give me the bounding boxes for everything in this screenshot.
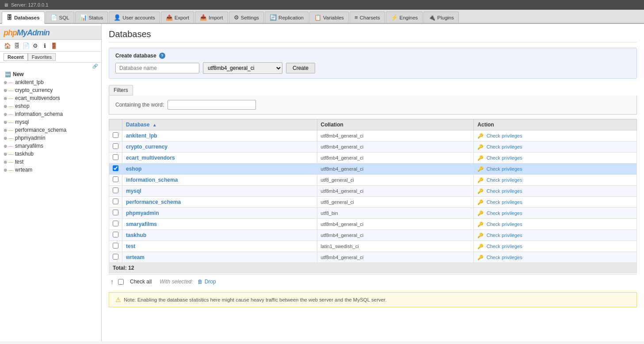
recent-tab[interactable]: Recent: [4, 53, 28, 61]
row-checkbox-2[interactable]: [113, 143, 118, 149]
sidebar-item-new[interactable]: 🆕New: [0, 70, 101, 78]
sidebar-item-performance_schema[interactable]: ⊕—performance_schema: [0, 126, 101, 134]
sidebar-item-phpmyadmin[interactable]: ⊕—phpmyadmin: [0, 134, 101, 142]
db-name-link-3[interactable]: ecart_multivendors: [126, 155, 175, 161]
scroll-up-arrow[interactable]: ↑: [111, 278, 114, 285]
nav-tab-plugins[interactable]: 🔌Plugins: [423, 11, 459, 23]
row-checkbox-10[interactable]: [113, 232, 118, 237]
check-all-checkbox[interactable]: [118, 279, 124, 285]
home-icon[interactable]: 🏠: [4, 42, 11, 50]
nav-tab-variables[interactable]: 📋Variables: [309, 11, 349, 23]
db-name-link-9[interactable]: smaryafilms: [126, 221, 157, 227]
nav-tab-sql[interactable]: 📄SQL: [46, 11, 74, 23]
filter-input[interactable]: [168, 100, 256, 110]
row-checkbox-4[interactable]: [113, 165, 118, 171]
sidebar-item-information_schema[interactable]: ⊕—information_schema: [0, 110, 101, 118]
nav-tab-settings[interactable]: ⚙Settings: [229, 11, 264, 23]
db-name-link-6[interactable]: mysql: [126, 188, 141, 194]
row-checkbox-3[interactable]: [113, 154, 118, 160]
row-checkbox-9[interactable]: [113, 221, 118, 226]
nav-tab-replication[interactable]: 🔄Replication: [265, 11, 309, 23]
db-name-link-1[interactable]: ankitent_lpb: [126, 133, 157, 139]
expand-icon-eshop: ⊕: [4, 104, 7, 109]
row-checkbox-7[interactable]: [113, 199, 118, 204]
action-icon-11: 🔑: [477, 244, 484, 249]
nav-tab-import[interactable]: 📥Import: [195, 11, 228, 23]
check-privileges-link-10[interactable]: Check privileges: [487, 233, 522, 238]
sidebar-item-crypto_currency[interactable]: ⊕—crypto_currency: [0, 86, 101, 94]
sidebar-item-smaryafilms[interactable]: ⊕—smaryafilms: [0, 142, 101, 150]
sidebar-item-mysql[interactable]: ⊕—mysql: [0, 118, 101, 126]
db-name-link-7[interactable]: performance_schema: [126, 199, 181, 205]
db-name-link-5[interactable]: information_schema: [126, 177, 178, 183]
check-privileges-link-11[interactable]: Check privileges: [487, 244, 522, 249]
db-name-link-12[interactable]: wrteam: [126, 254, 145, 260]
create-button[interactable]: Create: [286, 63, 315, 73]
sidebar-tree: 🆕New⊕—ankitent_lpb⊕—crypto_currency⊕—eca…: [0, 69, 101, 175]
favorites-tab[interactable]: Favorites: [28, 53, 56, 61]
collation-select[interactable]: utf8mb4_general_ciutf8_general_cilatin1_…: [203, 62, 282, 74]
db-name-link-8[interactable]: phpmyadmin: [126, 210, 159, 216]
nav-tab-user_accounts[interactable]: 👤User accounts: [109, 11, 160, 23]
check-privileges-link-9[interactable]: Check privileges: [487, 222, 522, 227]
db-icon-phpmyadmin: —: [8, 135, 13, 141]
content-area: Databases Create database ? utf8mb4_gene…: [102, 24, 644, 341]
database-column-header[interactable]: Database ▲: [122, 119, 317, 130]
sidebar-item-eshop[interactable]: ⊕—eshop: [0, 102, 101, 110]
plugins-tab-icon: 🔌: [428, 14, 435, 21]
create-database-section: Create database ? utf8mb4_general_ciutf8…: [109, 48, 637, 79]
databases-icon[interactable]: 🗄: [13, 42, 21, 50]
action-icon-8: 🔑: [477, 210, 484, 216]
sql-icon[interactable]: 📄: [22, 42, 30, 50]
row-checkbox-11[interactable]: [113, 243, 118, 248]
check-privileges-link-4[interactable]: Check privileges: [487, 166, 522, 172]
check-privileges-link-7[interactable]: Check privileges: [487, 199, 522, 205]
table-row: crypto_currency utf8mb4_general_ci 🔑 Che…: [109, 141, 637, 153]
row-checkbox-8[interactable]: [113, 210, 118, 215]
exit-icon[interactable]: 🚪: [50, 42, 58, 50]
sidebar-item-taskhub[interactable]: ⊕—taskhub: [0, 150, 101, 158]
filters-section: Filters Containing the word:: [109, 85, 637, 115]
nav-tab-engines[interactable]: ⚡Engines: [386, 11, 423, 23]
nav-tab-status[interactable]: 📊Status: [75, 11, 108, 23]
sidebar-item-wrteam[interactable]: ⊕—wrteam: [0, 166, 101, 174]
nav-tab-export[interactable]: 📤Export: [161, 11, 194, 23]
check-privileges-link-12[interactable]: Check privileges: [487, 255, 522, 260]
db-name-link-2[interactable]: crypto_currency: [126, 144, 168, 150]
check-all-label[interactable]: Check all: [130, 279, 152, 285]
settings-icon[interactable]: ⚙: [31, 42, 39, 50]
sidebar-item-ecart_multivendors[interactable]: ⊕—ecart_multivendors: [0, 94, 101, 102]
collation-12: utf8mb4_general_ci: [321, 255, 364, 260]
db-name-link-4[interactable]: eshop: [126, 166, 141, 172]
check-privileges-link-3[interactable]: Check privileges: [487, 155, 522, 161]
action-icon-2: 🔑: [477, 144, 484, 149]
check-privileges-link-5[interactable]: Check privileges: [487, 177, 522, 183]
info-icon[interactable]: ℹ: [41, 42, 49, 50]
sidebar-item-test[interactable]: ⊕—test: [0, 158, 101, 166]
row-checkbox-1[interactable]: [113, 132, 118, 138]
table-header-row: Database ▲ Collation Action: [109, 119, 637, 130]
row-checkbox-5[interactable]: [113, 176, 118, 182]
database-name-input[interactable]: [115, 63, 199, 73]
pma-logo[interactable]: phpMyAdmin: [4, 27, 50, 38]
drop-button[interactable]: 🗑 Drop: [198, 279, 216, 285]
filters-toggle[interactable]: Filters: [109, 85, 133, 96]
sidebar-item-ankitent_lpb[interactable]: ⊕—ankitent_lpb: [0, 78, 101, 86]
nav-tab-charsets[interactable]: ≡Charsets: [350, 11, 385, 23]
check-privileges-link-2[interactable]: Check privileges: [487, 144, 522, 149]
check-privileges-link-8[interactable]: Check privileges: [487, 210, 522, 216]
action-icon-5: 🔑: [477, 177, 484, 183]
collapse-sidebar-icon[interactable]: 🔗: [92, 64, 98, 69]
db-icon-wrteam: —: [8, 167, 13, 172]
row-checkbox-12[interactable]: [113, 254, 118, 260]
expand-icon-performance_schema: ⊕: [4, 128, 7, 133]
db-name-link-10[interactable]: taskhub: [126, 232, 146, 238]
check-privileges-link-1[interactable]: Check privileges: [487, 133, 522, 138]
db-name-link-11[interactable]: test: [126, 243, 135, 249]
help-icon[interactable]: ?: [159, 53, 165, 59]
row-checkbox-6[interactable]: [113, 187, 118, 193]
nav-tab-databases[interactable]: 🗄Databases: [2, 11, 45, 24]
check-privileges-link-6[interactable]: Check privileges: [487, 188, 522, 194]
export-tab-icon: 📤: [166, 14, 173, 21]
engines-tab-icon: ⚡: [391, 14, 398, 21]
